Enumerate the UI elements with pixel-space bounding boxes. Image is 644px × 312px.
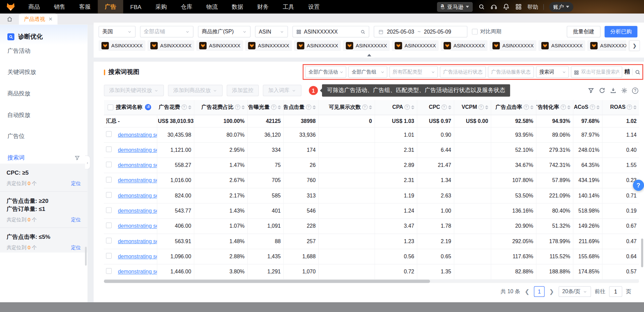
top-nav-item-数据[interactable]: 数据 <box>225 0 250 13</box>
sidebar-item-自动投放[interactable]: 自动投放 <box>0 104 88 126</box>
help-icon[interactable]: ? <box>478 104 484 110</box>
row-checkbox[interactable] <box>106 131 112 137</box>
panel-collapse-tab[interactable] <box>362 52 377 58</box>
search-icon[interactable] <box>360 29 366 34</box>
sort-icon[interactable] <box>633 105 637 109</box>
page-size-select[interactable]: 20条/页 <box>558 286 591 297</box>
sort-icon[interactable] <box>369 105 372 109</box>
top-nav-item-客服[interactable]: 客服 <box>72 0 98 13</box>
filter-select-搜索词[interactable]: 搜索词 <box>536 66 569 78</box>
help-icon[interactable]: ? <box>235 104 240 110</box>
gear-icon[interactable] <box>621 87 628 94</box>
locate-link[interactable]: 定位 <box>71 180 81 187</box>
compare-period-checkbox[interactable]: 对比周期 <box>472 28 501 35</box>
exact-match-toggle[interactable]: 精 <box>624 68 630 76</box>
asin-chip[interactable]: ASINXXXXXX <box>587 40 626 51</box>
sort-icon[interactable] <box>448 105 451 109</box>
top-nav-item-设置[interactable]: 设置 <box>301 0 327 13</box>
search-term-link[interactable]: demonstrating sea... <box>118 223 157 229</box>
row-checkbox[interactable] <box>106 146 112 152</box>
top-nav-item-销售[interactable]: 销售 <box>47 0 72 13</box>
account-menu[interactable]: 账户 <box>549 2 573 12</box>
toolbar-button-添加到关键词投放[interactable]: 添加到关键词投放 <box>104 85 164 96</box>
top-nav-item-采购[interactable]: 采购 <box>148 0 174 13</box>
search-icon[interactable] <box>478 3 485 10</box>
sort-icon[interactable] <box>567 105 570 109</box>
sidebar-item-广告活动[interactable]: 广告活动 <box>0 40 88 62</box>
vertical-scrollbar[interactable] <box>641 238 643 267</box>
select-all-checkbox[interactable] <box>108 104 113 110</box>
asin-chip[interactable]: ASINXXXXXX <box>343 40 390 51</box>
asin-chip[interactable]: ASINXXXXXX <box>148 40 195 51</box>
asin-chip[interactable]: ASINXXXXXX <box>490 40 537 51</box>
sidebar-item-广告位[interactable]: 广告位 <box>0 126 88 147</box>
search-term-link[interactable]: demonstrating sea... <box>118 132 157 138</box>
toolbar-button-添加监控[interactable]: 添加监控 <box>227 85 259 96</box>
sidebar-scrollbar[interactable] <box>85 247 87 266</box>
help-icon[interactable]: ? <box>181 104 187 110</box>
refresh-icon[interactable] <box>599 87 605 94</box>
top-nav-item-广告[interactable]: 广告 <box>98 0 123 13</box>
close-icon[interactable]: ✕ <box>48 16 52 22</box>
row-checkbox[interactable] <box>106 192 112 198</box>
top-nav-item-财务[interactable]: 财务 <box>250 0 276 13</box>
locate-link[interactable]: 定位 <box>71 216 81 223</box>
asin-chip[interactable]: ASINXXXXXX <box>392 40 439 51</box>
sort-icon[interactable] <box>596 105 599 109</box>
help-icon[interactable]: ? <box>590 104 595 110</box>
term-search-input[interactable]: 双击可批量搜索内容 <box>571 66 622 78</box>
search-term-link[interactable]: demonstrating sea... <box>118 269 157 275</box>
asin-chip[interactable]: ASINXXXXXX <box>196 40 243 51</box>
sidebar-item-关键词投放[interactable]: 关键词投放 <box>0 62 88 83</box>
sort-icon[interactable] <box>411 105 414 109</box>
row-checkbox[interactable] <box>106 177 112 183</box>
shop-select[interactable]: 全部店铺 <box>140 26 194 37</box>
filter-select-广告活动服务状态[interactable]: 广告活动服务状态 <box>488 66 534 78</box>
search-term-link[interactable]: demonstrating sea... <box>118 147 157 153</box>
chips-next-button[interactable]: ❯ <box>629 40 640 51</box>
apps-grid-icon[interactable] <box>515 3 522 10</box>
toolbar-button-添加到商品投放[interactable]: 添加到商品投放 <box>168 85 223 96</box>
batch-create-button[interactable]: 批量创建 <box>567 26 600 37</box>
search-term-link[interactable]: demonstrating sea... <box>118 177 157 183</box>
help-icon[interactable]: ? <box>632 87 638 93</box>
asin-search-input[interactable]: ASINXXXXXX <box>292 26 369 37</box>
home-tab[interactable] <box>0 13 19 25</box>
search-term-link[interactable]: demonstrating sea... <box>118 253 157 259</box>
top-nav-item-工具[interactable]: 工具 <box>276 0 301 13</box>
help-icon[interactable]: ? <box>524 104 529 110</box>
asin-chip[interactable]: ASINXXXXXX <box>245 40 292 51</box>
help-icon[interactable]: ? <box>306 104 311 110</box>
sort-icon[interactable] <box>312 105 316 109</box>
top-nav-item-物流[interactable]: 物流 <box>199 0 225 13</box>
row-checkbox[interactable] <box>106 207 112 213</box>
filter-select-广告活动运行状态[interactable]: 广告活动运行状态 <box>440 66 486 78</box>
current-page-button[interactable]: 1 <box>534 286 545 297</box>
region-select[interactable]: 美国 <box>99 26 136 37</box>
top-nav-item-商品[interactable]: 商品 <box>21 0 47 13</box>
filter-select-全部广告组[interactable]: 全部广告组 <box>348 66 387 78</box>
filter-icon[interactable] <box>588 87 594 94</box>
analyze-purchased-button[interactable]: 分析已购 <box>604 26 637 37</box>
row-checkbox[interactable] <box>106 162 112 167</box>
search-term-link[interactable]: demonstrating sea... <box>118 192 157 198</box>
search-term-link[interactable]: demonstrating sea... <box>118 162 157 168</box>
tab-product-insight[interactable]: 产品透视 ✕ <box>19 13 57 25</box>
floating-help-button[interactable]: ? <box>633 180 644 191</box>
brand-fox-logo[interactable] <box>0 2 21 12</box>
help-icon[interactable]: ? <box>405 104 410 110</box>
date-range-picker[interactable]: 2025-05-03 ~ 2025-05-09 <box>374 26 467 37</box>
asin-chip[interactable]: ASINXXXXXX <box>99 40 146 51</box>
search-term-link[interactable]: demonstrating sea... <box>118 208 157 214</box>
next-page-button[interactable]: ❯ <box>548 288 555 295</box>
toolbar-button-加入词库[interactable]: 加入词库 <box>263 85 302 96</box>
checkbox[interactable] <box>472 29 478 35</box>
ad-type-select[interactable]: 商品推广(SP) <box>198 26 251 37</box>
search-term-link[interactable]: demonstrating sea... <box>118 238 157 244</box>
asin-chip[interactable]: ASINXXXXXX <box>294 40 341 51</box>
sidebar-collapse-handle[interactable]: ‹ <box>85 155 90 170</box>
horizontal-scrollbar[interactable] <box>104 280 639 283</box>
filter-select-全部广告活动[interactable]: 全部广告活动 <box>305 66 346 78</box>
locate-link[interactable]: 定位 <box>71 244 81 251</box>
filter-icon[interactable] <box>74 155 80 161</box>
